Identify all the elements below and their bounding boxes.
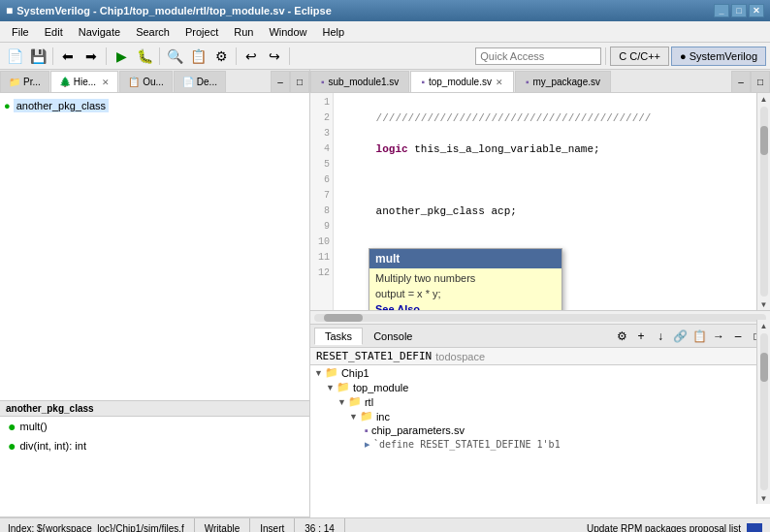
tab-my-package[interactable]: ▪ my_package.sv [515,71,611,92]
filter-text: RESET_STATE1_DEFIN [316,350,432,362]
tab-hierarchy[interactable]: 🌲 Hie... ✕ [50,71,118,92]
right-panel: ▪ sub_module1.sv ▪ top_module.sv ✕ ▪ my_… [310,70,770,517]
menu-run[interactable]: Run [226,24,261,40]
tb-btn-4[interactable]: ↩ [241,46,262,67]
tab-tasks[interactable]: Tasks [314,328,363,345]
editor-tab-bar: ▪ sub_module1.sv ▪ top_module.sv ✕ ▪ my_… [310,70,770,93]
menu-edit[interactable]: Edit [37,24,71,40]
top-module-arrow: ▼ [326,383,335,392]
toolbar: 📄 💾 ⬅ ➡ ▶ 🐛 🔍 📋 ⚙ ↩ ↪ C C/C++ ● SystemVe… [0,43,770,70]
cpp-perspective-button[interactable]: C C/C++ [610,47,669,66]
bottom-btn-1[interactable]: ⚙ [613,328,630,345]
tree-item-top-module[interactable]: ▼ 📁 top_module [310,380,770,394]
quick-access-area [475,47,601,65]
inc-label: inc [376,411,390,422]
tab-top-module-close[interactable]: ✕ [496,78,503,87]
editor-container: 1234 5678 9101112 //////////////////////… [310,93,770,310]
autocomplete-popup: mult Multiply two numbers output = x * y… [369,248,562,310]
tab-outline[interactable]: 📋 Ou... [119,71,173,92]
back-button[interactable]: ⬅ [57,46,79,67]
title-text: SystemVerilog - Chip1/top_module/rtl/top… [16,5,714,16]
menu-window[interactable]: Window [261,24,314,40]
editor-area[interactable]: 1234 5678 9101112 //////////////////////… [310,93,756,310]
tree-item-inc[interactable]: ▼ 📁 inc [310,409,770,423]
tb-btn-1[interactable]: 🔍 [164,46,185,67]
detail-tab-label: De... [197,77,217,87]
bottom-btn-3[interactable]: ↓ [652,328,669,345]
tb-btn-3[interactable]: ⚙ [210,46,232,67]
close-button[interactable]: ✕ [749,4,764,17]
editor-vscroll[interactable]: ▲ ▼ [756,93,770,310]
bottom-btn-2[interactable]: + [632,328,650,345]
tree-item-define[interactable]: ▸ `define RESET_STATE1_DEFINE 1'b1 [310,437,770,452]
tab-sub-module[interactable]: ▪ sub_module1.sv [310,71,409,92]
tab-top-module[interactable]: ▪ top_module.sv ✕ [410,71,514,92]
menu-file[interactable]: File [4,24,37,40]
tb-btn-2[interactable]: 📋 [187,46,209,67]
tab-detail[interactable]: 📄 De... [174,71,226,92]
tree-item-rtl[interactable]: ▼ 📁 rtl [310,394,770,409]
editor-panel-maximize[interactable]: □ [751,71,770,92]
bottom-btn-4[interactable]: 🔗 [671,328,689,345]
tb-btn-5[interactable]: ↪ [264,46,285,67]
vscroll-up[interactable]: ▲ [758,93,770,105]
bottom-section: Tasks Console ⚙ + ↓ 🔗 📋 → – □ RESET_STAT… [310,324,770,517]
sv-label: SystemVerilog [690,50,757,62]
hierarchy-item[interactable]: ● another_pkg_class [4,97,305,114]
autocomplete-description: Multiply two numbers [375,272,556,284]
hierarchy-tab-icon: 🌲 [59,77,71,87]
autocomplete-see-also-label: See Also [375,303,556,310]
bottom-vscroll[interactable]: ▲ ▼ [756,320,770,504]
vscroll-thumb[interactable] [760,126,768,155]
outline-item-mult[interactable]: ● mult() [0,417,309,436]
save-button[interactable]: 💾 [27,46,48,67]
menu-search[interactable]: Search [128,24,177,40]
autocomplete-body: Multiply two numbers output = x * y; See… [369,268,561,310]
bottom-tab-bar: Tasks Console ⚙ + ↓ 🔗 📋 → – □ [310,325,770,348]
bottom-btn-6[interactable]: → [710,328,727,345]
tab-console[interactable]: Console [363,328,423,345]
forward-button[interactable]: ➡ [80,46,102,67]
bottom-toolbar: ⚙ + ↓ 🔗 📋 → – □ [613,328,766,345]
menu-navigate[interactable]: Navigate [71,24,128,40]
editor-hscroll[interactable] [310,310,770,324]
tab-project[interactable]: 📁 Pr... [0,71,49,92]
top-module-folder-icon: 📁 [337,381,350,393]
maximize-button[interactable]: □ [731,4,747,17]
define-label: `define RESET_STATE1_DEFINE 1'b1 [373,439,561,450]
detail-tab-icon: 📄 [182,77,194,87]
tree-item-chip-params[interactable]: ▪ chip_parameters.sv [310,423,770,437]
hscroll-track [314,314,766,322]
hierarchy-tab-close[interactable]: ✕ [102,78,110,87]
line-numbers: 1234 5678 9101112 [310,93,334,310]
project-explorer: ▼ 📁 Chip1 ▼ 📁 top_module ▼ 📁 rtl [310,365,770,517]
new-button[interactable]: 📄 [4,46,25,67]
vscroll-down[interactable]: ▼ [758,298,770,310]
inc-folder-icon: 📁 [360,410,373,422]
left-panel-maximize[interactable]: □ [290,71,309,92]
sv-perspective-button[interactable]: ● SystemVerilog [671,47,766,66]
rtl-label: rtl [365,396,373,408]
quick-access-input[interactable] [475,47,601,65]
bottom-btn-5[interactable]: 📋 [690,328,708,345]
editor-panel-minimize[interactable]: – [731,71,751,92]
bottom-vscroll-thumb[interactable] [760,353,768,382]
menu-project[interactable]: Project [177,24,226,40]
outline-label-mult: mult() [19,421,47,432]
left-panel-minimize[interactable]: – [271,71,290,92]
run-button[interactable]: ▶ [111,46,132,67]
method-icon-mult: ● [8,419,16,434]
project-tab-icon: 📁 [9,77,20,87]
bottom-vscroll-down[interactable]: ▼ [758,492,770,504]
filter-space: space [457,351,485,362]
menu-help[interactable]: Help [315,24,353,40]
bottom-minimize[interactable]: – [729,328,747,345]
hscroll-thumb[interactable] [324,314,363,322]
debug-button[interactable]: 🐛 [134,46,155,67]
minimize-button[interactable]: _ [714,4,729,17]
tree-item-chip1[interactable]: ▼ 📁 Chip1 [310,365,770,380]
chip-params-file-icon: ▪ [365,424,369,436]
status-insert: Insert [250,518,295,532]
bottom-vscroll-up[interactable]: ▲ [758,320,770,331]
outline-item-div[interactable]: ● div(int, int): int [0,436,309,455]
